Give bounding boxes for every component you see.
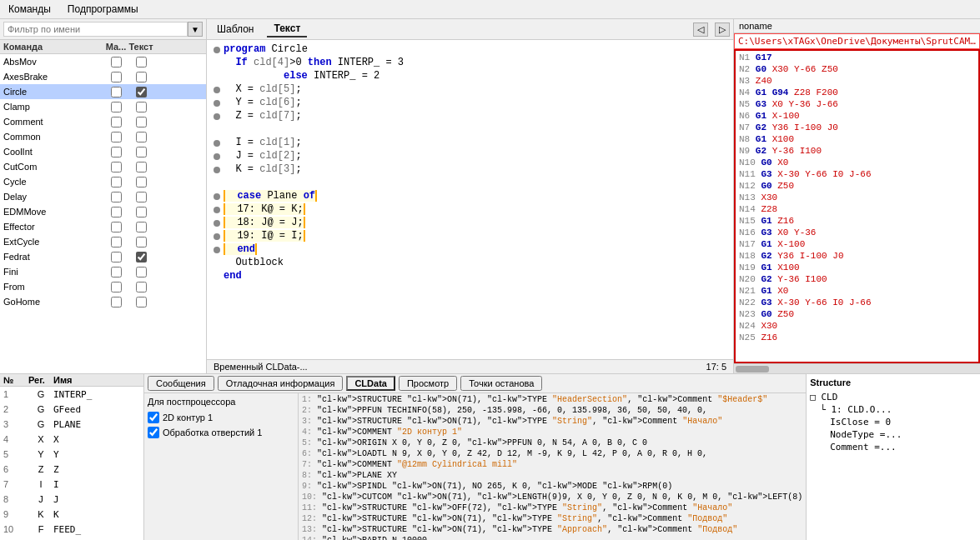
cmd-ma-check[interactable] <box>111 297 122 308</box>
cmd-text-check[interactable] <box>136 192 147 202</box>
var-row[interactable]: 9 K K <box>0 507 143 522</box>
cmd-row[interactable]: Delay <box>0 189 206 204</box>
cmd-row[interactable]: AbsMov <box>0 54 206 69</box>
cmd-row[interactable]: CutCom <box>0 159 206 174</box>
cmd-text-check[interactable] <box>136 297 147 308</box>
cmd-ma-check[interactable] <box>111 72 122 82</box>
pp-item[interactable]: Обработка отверстий 1 <box>148 425 294 440</box>
nc-scroll-thumb[interactable] <box>736 366 769 372</box>
struct-node[interactable]: □ CLD <box>810 391 977 403</box>
code-dot <box>210 203 224 217</box>
cmd-ma-check[interactable] <box>111 177 122 188</box>
var-row[interactable]: 8 J J <box>0 492 143 507</box>
cmd-row[interactable]: Fini <box>0 264 206 279</box>
cmd-text-check[interactable] <box>136 237 147 248</box>
nc-output[interactable]: N1 G17N2 G0 X30 Y-66 Z50N3 Z40N4 G1 G94 … <box>734 49 980 363</box>
cmd-text-check[interactable] <box>136 222 147 232</box>
code-editor[interactable]: program Circle If cld[4]>0 then INTERP_ … <box>207 40 733 359</box>
var-row[interactable]: 2 G GFeed <box>0 402 143 417</box>
bottom-tab[interactable]: Сообщения <box>148 376 214 391</box>
cmd-row[interactable]: Comment <box>0 114 206 129</box>
menu-commands[interactable]: Команды <box>3 2 56 17</box>
cmd-ma-check[interactable] <box>111 102 122 112</box>
cmd-text-check[interactable] <box>136 72 147 82</box>
struct-node[interactable]: └ 1: CLD.O... <box>810 403 977 416</box>
cmd-row[interactable]: GoHome <box>0 294 206 309</box>
cmd-row[interactable]: Effector <box>0 219 206 234</box>
nc-number: N24 <box>739 321 756 331</box>
var-row[interactable]: 3 G PLANE <box>0 417 143 432</box>
cmd-ma-check[interactable] <box>111 87 122 98</box>
filter-input[interactable] <box>3 22 188 37</box>
cmd-row[interactable]: Clamp <box>0 99 206 114</box>
cmd-text-check[interactable] <box>136 132 147 142</box>
cmd-text-check[interactable] <box>136 117 147 128</box>
code-line: else INTERP_ = 2 <box>210 70 730 83</box>
nav-prev-btn[interactable]: ◁ <box>693 22 708 37</box>
cmd-text-check[interactable] <box>136 252 147 262</box>
pp-checkbox[interactable] <box>148 412 159 423</box>
cmd-ma-check[interactable] <box>111 207 122 218</box>
cmd-row[interactable]: From <box>0 279 206 294</box>
cmd-text-check[interactable] <box>136 102 147 112</box>
var-row[interactable]: 10 F FEED_ <box>0 522 143 537</box>
cmd-ma-check[interactable] <box>111 267 122 278</box>
cmd-text-check[interactable] <box>136 147 147 158</box>
var-row[interactable]: 1 G INTERP_ <box>0 387 143 402</box>
filter-dropdown-btn[interactable]: ▼ <box>188 22 203 37</box>
nc-scrollbar[interactable] <box>734 363 980 373</box>
var-row[interactable]: 4 X X <box>0 432 143 447</box>
struct-node[interactable]: NodeType =... <box>810 428 977 441</box>
var-row[interactable]: 5 Y Y <box>0 447 143 462</box>
cmd-text-check[interactable] <box>136 87 147 98</box>
cmd-ma-check[interactable] <box>111 147 122 158</box>
bottom-tab[interactable]: CLData <box>346 376 395 391</box>
cmd-ma-check[interactable] <box>111 162 122 172</box>
nc-line: N17 G1 X-100 <box>739 239 975 251</box>
code-line: 19: I@ = I; <box>210 230 730 243</box>
tab-template[interactable]: Шаблон <box>210 22 260 37</box>
bottom-tab[interactable]: Точки останова <box>460 376 542 391</box>
cldata-panel[interactable]: 1: "cl-kw">STRUCTURE "cl-kw">ON(71), "cl… <box>299 393 806 540</box>
cmd-text-check[interactable] <box>136 282 147 292</box>
bottom-tab[interactable]: Отладочная информация <box>218 376 344 391</box>
cmd-text-check[interactable] <box>136 162 147 172</box>
cmd-row[interactable]: Cycle <box>0 174 206 189</box>
cmd-name: EDMMove <box>3 207 103 217</box>
cmd-row[interactable]: Circle <box>0 84 206 99</box>
menu-subroutines[interactable]: Подпрограммы <box>63 2 143 17</box>
bottom-tab[interactable]: Просмотр <box>399 376 457 391</box>
cmd-row[interactable]: ExtCycle <box>0 234 206 249</box>
var-row[interactable]: 7 I I <box>0 477 143 492</box>
cmd-ma-check[interactable] <box>111 117 122 128</box>
cmd-text-check[interactable] <box>136 207 147 218</box>
cmd-row[interactable]: CoolInt <box>0 144 206 159</box>
cmd-ma-check[interactable] <box>111 282 122 292</box>
struct-title: Structure <box>810 378 977 388</box>
cmd-row[interactable]: EDMMove <box>0 204 206 219</box>
code-text: end <box>224 270 242 282</box>
code-line: end <box>210 243 730 257</box>
cmd-row[interactable]: AxesBrake <box>0 69 206 84</box>
app-container: Команды Подпрограммы ▼ Команда Ма... Тек… <box>0 0 980 540</box>
cmd-ma-check[interactable] <box>111 222 122 232</box>
cmd-text-check[interactable] <box>136 267 147 278</box>
cmd-row[interactable]: Common <box>0 129 206 144</box>
cmd-ma-check[interactable] <box>111 132 122 142</box>
cmd-ma-check[interactable] <box>111 57 122 68</box>
cmd-ma-check[interactable] <box>111 252 122 262</box>
nc-line: N23 G0 Z50 <box>739 309 975 321</box>
cmd-text-check[interactable] <box>136 177 147 188</box>
pp-checkbox[interactable] <box>148 427 159 438</box>
tab-text[interactable]: Текст <box>267 21 307 38</box>
cmd-text-check[interactable] <box>136 57 147 68</box>
var-row[interactable]: 6 Z Z <box>0 462 143 477</box>
cmd-ma-check[interactable] <box>111 237 122 248</box>
var-num: 1 <box>3 389 28 399</box>
cmd-ma-check[interactable] <box>111 192 122 202</box>
pp-item[interactable]: 2D контур 1 <box>148 410 294 425</box>
struct-node[interactable]: IsClose = 0 <box>810 416 977 428</box>
struct-node[interactable]: Comment =... <box>810 441 977 453</box>
nav-next-btn[interactable]: ▷ <box>715 22 730 37</box>
cmd-row[interactable]: Fedrat <box>0 249 206 264</box>
